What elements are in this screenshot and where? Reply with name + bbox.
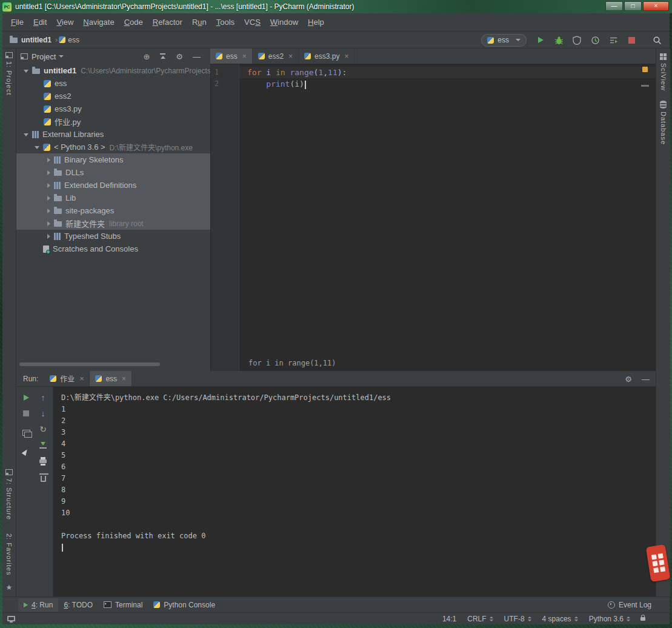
tree-down-arrow-icon[interactable] (23, 131, 30, 138)
tree-row[interactable]: site-packages (16, 204, 210, 217)
tree-row[interactable]: DLLs (16, 166, 210, 179)
rerun-icon[interactable]: ↻ (37, 423, 49, 435)
status-widget-crlf[interactable]: CRLF (462, 615, 498, 623)
tree-right-arrow-icon[interactable] (45, 220, 52, 227)
stop-console-button[interactable] (20, 407, 32, 419)
run-button[interactable] (534, 33, 547, 47)
run-tab-作业[interactable]: 作业× (44, 371, 90, 386)
status-widget-14-1[interactable]: 14:1 (437, 615, 462, 623)
down-arrow-icon[interactable]: ↓ (37, 407, 49, 419)
tree-down-arrow-icon[interactable] (23, 67, 30, 75)
collapse-all-icon[interactable] (159, 53, 166, 60)
run-tab-ess[interactable]: ess× (90, 371, 132, 386)
menu-help[interactable]: Help (303, 15, 329, 29)
editor-tab-ess2[interactable]: ess2× (253, 48, 299, 64)
menu-refactor[interactable]: Refactor (148, 15, 187, 29)
gear-icon[interactable]: ⚙ (625, 375, 632, 383)
tree-right-arrow-icon[interactable] (45, 233, 52, 240)
profiler-button[interactable] (588, 33, 602, 47)
tool-button-sciview[interactable]: SciView (656, 53, 670, 91)
editor[interactable]: 12 for i in range(1,11): print(i) for i … (210, 64, 656, 371)
up-arrow-icon[interactable]: ↑ (37, 392, 49, 404)
tree-row[interactable]: 新建文件夹library root (16, 217, 210, 230)
status-widget-utf-8[interactable]: UTF-8 (499, 615, 537, 623)
menu-navigate[interactable]: Navigate (78, 15, 119, 29)
tree-row[interactable]: < Python 3.6 >D:\新建文件夹\python.exe (16, 141, 210, 153)
toolbar-item-6-todo[interactable]: 6: TODO (58, 598, 98, 612)
toolbar-item-4-run[interactable]: 4: Run (18, 598, 58, 612)
inspection-indicator[interactable] (642, 67, 648, 72)
tree-row[interactable]: ess3.py (16, 102, 210, 115)
stop-button[interactable] (625, 33, 638, 47)
tree-row[interactable]: ess2 (16, 90, 210, 102)
tree-row[interactable]: Scratches and Consoles (16, 242, 210, 255)
breadcrumb-file[interactable]: ess (68, 36, 79, 44)
breadcrumb-project[interactable]: untitled1 (21, 36, 52, 44)
tree-row[interactable]: External Libraries (16, 128, 210, 141)
lock-icon[interactable] (640, 617, 645, 621)
tool-button-favorites[interactable]: 2: Favorites (2, 533, 16, 575)
gear-icon[interactable]: ⚙ (176, 53, 183, 61)
close-tab-icon[interactable]: × (242, 52, 247, 61)
rerun-button[interactable] (20, 392, 32, 404)
status-widget-python-3-6[interactable]: Python 3.6 (584, 615, 636, 623)
editor-tab-ess3.py[interactable]: ess3.py× (299, 48, 354, 64)
maximize-button[interactable]: □ (624, 1, 642, 11)
window-titlebar[interactable]: PC untitled1 [C:\Users\Administrator\Pyc… (0, 0, 672, 13)
tree-right-arrow-icon[interactable] (45, 195, 52, 202)
minimize-button[interactable]: — (605, 1, 623, 11)
menu-code[interactable]: Code (119, 15, 148, 29)
tree-row[interactable]: Typeshed Stubs (16, 230, 210, 242)
close-tab-icon[interactable]: × (122, 375, 126, 383)
console-output[interactable]: D:\新建文件夹\python.exe C:/Users/Administrat… (53, 387, 656, 596)
tree-row[interactable]: Extended Definitions (16, 179, 210, 192)
menu-tools[interactable]: Tools (211, 15, 239, 29)
tree-right-arrow-icon[interactable] (45, 182, 52, 189)
toolbar-item-terminal[interactable]: Terminal (98, 598, 148, 612)
close-tab-icon[interactable]: × (288, 52, 293, 61)
code-area[interactable]: for i in range(1,11): print(i) (240, 67, 644, 90)
menu-run[interactable]: Run (187, 15, 211, 29)
tool-button-structure[interactable]: 7: Structure (2, 469, 16, 520)
coverage-button[interactable] (570, 33, 584, 47)
toolbar-item-python-console[interactable]: Python Console (148, 598, 221, 612)
menu-file[interactable]: File (6, 15, 28, 29)
event-log-button[interactable]: Event Log (608, 597, 651, 613)
print-icon[interactable] (37, 455, 49, 467)
tool-button-project[interactable]: 1: Project (2, 52, 16, 95)
locate-icon[interactable]: ⊕ (143, 53, 150, 61)
menu-vcs[interactable]: VCS (239, 15, 265, 29)
close-tab-icon[interactable]: × (344, 52, 348, 61)
tree-right-arrow-icon[interactable] (45, 169, 52, 176)
tree-right-arrow-icon[interactable] (45, 156, 52, 164)
menu-edit[interactable]: Edit (28, 15, 52, 29)
close-button[interactable]: × (643, 1, 669, 11)
menu-window[interactable]: Window (265, 15, 303, 29)
tree-row[interactable]: untitled1C:\Users\Administrator\PycharmP… (16, 64, 210, 77)
pointer-icon[interactable] (20, 445, 32, 457)
menu-view[interactable]: View (52, 15, 78, 29)
editor-tab-ess[interactable]: ess× (210, 48, 253, 64)
restore-layout-icon[interactable] (20, 427, 32, 439)
tree-row[interactable]: Binary Skeletons (16, 153, 210, 166)
running-list-button[interactable] (607, 33, 620, 47)
toolwindow-switcher-icon[interactable] (7, 616, 15, 621)
tree-row[interactable]: Lib (16, 192, 210, 204)
horizontal-scrollbar[interactable] (19, 362, 160, 366)
hide-icon[interactable]: — (193, 53, 201, 61)
debug-button[interactable] (552, 33, 565, 47)
tool-button-database[interactable]: Database (656, 101, 670, 145)
hide-icon[interactable]: — (642, 375, 650, 383)
search-everywhere-button[interactable] (650, 33, 664, 47)
scroll-to-end-icon[interactable] (37, 439, 49, 451)
star-icon[interactable]: ★ (2, 583, 16, 592)
run-config-combo[interactable]: ess (481, 34, 527, 47)
close-tab-icon[interactable]: × (79, 375, 84, 383)
tree-row[interactable]: ess (16, 77, 210, 90)
tree-right-arrow-icon[interactable] (45, 207, 52, 215)
tree-down-arrow-icon[interactable] (34, 144, 41, 151)
clear-all-icon[interactable] (37, 472, 49, 484)
project-panel-title[interactable]: Project (32, 52, 56, 61)
status-widget-4-spaces[interactable]: 4 spaces (537, 615, 584, 623)
tree-row[interactable]: 作业.py (16, 115, 210, 128)
